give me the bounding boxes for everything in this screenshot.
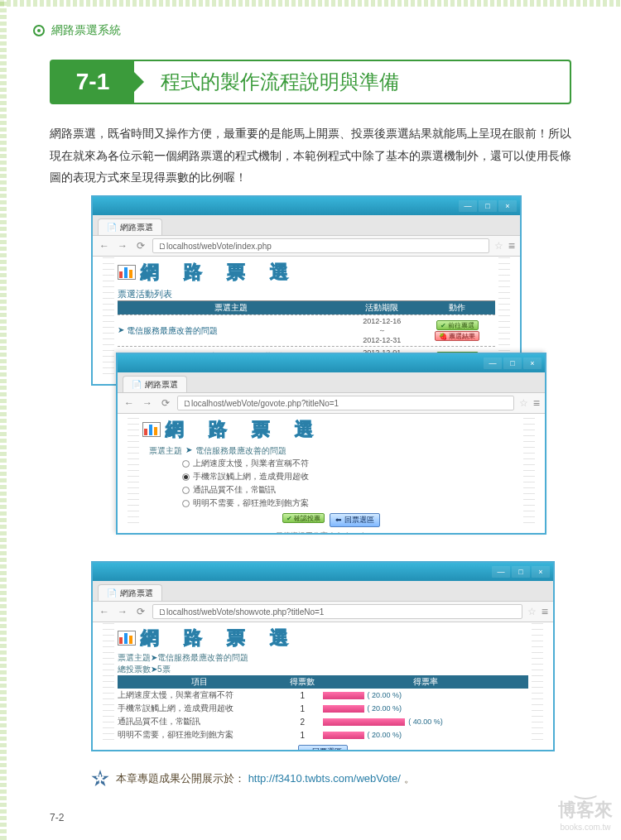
back-button[interactable]: ⬅ 回票選區: [298, 745, 349, 750]
breadcrumb: 網路票選系統: [33, 23, 121, 38]
list-caption: 票選活動列表: [118, 288, 495, 301]
bookmark-star-icon[interactable]: ☆: [494, 240, 503, 252]
bookmark-star-icon[interactable]: ☆: [519, 397, 528, 409]
result-row: 通訊品質不佳，常斷訊2( 40.00 %): [118, 715, 528, 728]
topic-label: 票選主題: [149, 445, 182, 457]
address-bar-row: ← → ⟳ 🗋 localhost/webVote/govote.php?tit…: [118, 392, 545, 414]
page-left-border: [0, 0, 7, 840]
back-icon[interactable]: ←: [123, 396, 136, 410]
demo-link[interactable]: http://f3410.twbts.com/webVote/: [248, 772, 401, 785]
site-banner: 網 路 票 選: [118, 260, 495, 285]
table-row: ➤電信服務最應改善的問題 2012-12-16 ～ 2012-12-31 ✔前往…: [118, 314, 495, 346]
address-bar[interactable]: 🗋 localhost/webVote/showvote.php?titleNo…: [152, 604, 522, 619]
result-row: 手機常誤觸上網，造成費用超收1( 20.00 %): [118, 702, 528, 715]
menu-icon[interactable]: ≡: [542, 605, 548, 618]
radio-input[interactable]: [182, 500, 190, 507]
chart-icon: [118, 265, 136, 280]
forward-icon[interactable]: →: [116, 239, 129, 252]
browser-tab[interactable]: 📄 網路票選: [98, 218, 162, 235]
window-close-button[interactable]: ×: [498, 200, 517, 212]
chart-icon: [142, 422, 161, 437]
section-number: 7-1: [51, 61, 134, 103]
reload-icon[interactable]: ⟳: [134, 239, 147, 252]
back-icon[interactable]: ←: [98, 605, 111, 618]
reload-icon[interactable]: ⟳: [134, 605, 147, 618]
window-titlebar: — □ ×: [118, 354, 545, 372]
result-button[interactable]: 🍓票選結果: [435, 331, 479, 341]
window-close-button[interactable]: ×: [523, 358, 542, 369]
result-header: 項目 得票數 得票率: [118, 675, 528, 689]
site-banner: 網 路 票 選: [118, 626, 528, 650]
reload-icon[interactable]: ⟳: [159, 396, 172, 410]
bullseye-icon: [33, 25, 45, 36]
address-bar[interactable]: 🗋 localhost/webVote/govote.php?titleNo=1: [177, 396, 514, 410]
window-titlebar: — □ ×: [93, 197, 520, 215]
window-maximize-button[interactable]: □: [503, 358, 522, 369]
window-titlebar: — □ ×: [93, 563, 553, 581]
page-top-border: [0, 0, 621, 7]
result-row: 上網速度太慢，與業者宣稱不符1( 20.00 %): [118, 689, 528, 702]
window-minimize-button[interactable]: —: [484, 358, 502, 369]
radio-input[interactable]: [182, 473, 190, 481]
watermark: ‿ 博客來 books.com.tw: [558, 773, 613, 832]
window-close-button[interactable]: ×: [532, 566, 550, 578]
radio-input[interactable]: [182, 460, 190, 468]
topic-text: 電信服務最應改善的問題: [195, 445, 286, 457]
address-bar-row: ← → ⟳ 🗋 localhost/webVote/showvote.php?t…: [93, 601, 553, 622]
bookmark-star-icon[interactable]: ☆: [527, 606, 537, 617]
tab-strip: 📄 網路票選: [118, 372, 545, 392]
result-row: 明明不需要，卻狂推吃到飽方案1( 20.00 %): [118, 728, 528, 742]
back-icon[interactable]: ←: [98, 239, 111, 252]
window-minimize-button[interactable]: —: [492, 566, 510, 578]
section-title: 程式的製作流程說明與準備: [134, 61, 570, 103]
browser-tab[interactable]: 📄 網路票選: [98, 584, 162, 601]
screenshot-govote: — □ × 📄 網路票選 ← → ⟳ 🗋 localhost/webVote/g…: [116, 353, 546, 535]
table-header: 票選主題 活動期限 動作: [118, 301, 495, 314]
chart-icon: [118, 631, 136, 646]
section-header: 7-1 程式的製作流程說明與準備: [50, 60, 571, 104]
screenshot-showvote: — □ × 📄 網路票選 ← → ⟳ 🗋 localhost/webVote/s…: [91, 561, 555, 751]
site-banner: 網 路 票 選: [142, 417, 520, 442]
tab-strip: 📄 網路票選: [93, 581, 553, 601]
page-number: 7-2: [50, 812, 64, 823]
starburst-icon: ✱: [91, 770, 109, 788]
radio-input[interactable]: [182, 487, 190, 494]
back-button[interactable]: ⬅ 回票選區: [330, 513, 380, 527]
address-bar[interactable]: 🗋 localhost/webVote/index.php: [152, 238, 489, 253]
address-bar-row: ← → ⟳ 🗋 localhost/webVote/index.php ☆ ≡: [93, 235, 520, 257]
window-maximize-button[interactable]: □: [512, 566, 530, 578]
flag-icon: ➤: [185, 445, 192, 457]
forward-icon[interactable]: →: [116, 605, 129, 618]
window-maximize-button[interactable]: □: [479, 200, 497, 212]
forward-icon[interactable]: →: [141, 396, 154, 410]
studio-footer: 昱德資訊工作室 (C) since in 1993: [142, 530, 520, 533]
window-minimize-button[interactable]: —: [459, 200, 477, 212]
intro-paragraph: 網路票選，既省時間又操作方便，最重要的是能馬上開票、投票後票選結果就能馬上呈現在…: [50, 122, 571, 189]
smile-icon: ‿: [558, 773, 613, 798]
confirm-vote-button[interactable]: ✔確認投票: [282, 513, 325, 523]
go-vote-button[interactable]: ✔前往票選: [436, 320, 479, 330]
demo-url-callout: ✱ 本章專題成果公開展示於： http://f3410.twbts.com/we…: [91, 770, 415, 788]
tab-strip: 📄 網路票選: [93, 215, 520, 235]
menu-icon[interactable]: ≡: [533, 396, 540, 410]
breadcrumb-text: 網路票選系統: [51, 23, 121, 38]
browser-tab[interactable]: 📄 網路票選: [123, 376, 187, 392]
menu-icon[interactable]: ≡: [508, 239, 515, 252]
flag-icon: ➤: [118, 325, 124, 337]
